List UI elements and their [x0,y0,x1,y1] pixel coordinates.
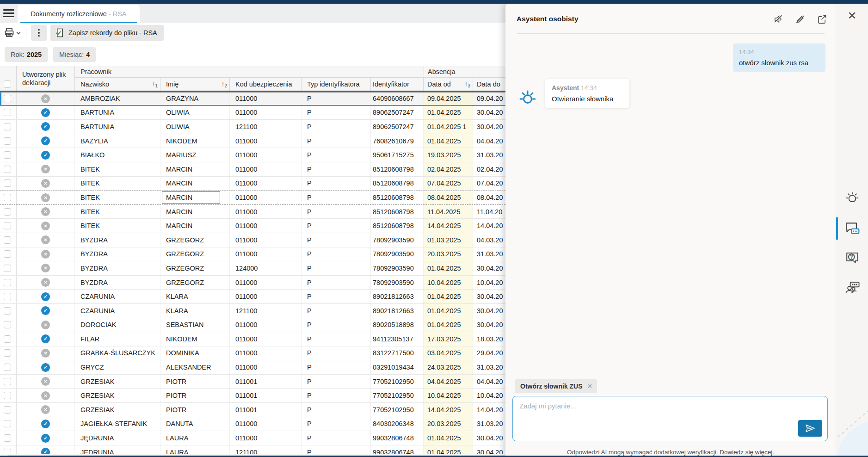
cell-date-to[interactable]: 04.04.20 [473,375,505,389]
cell-date-to[interactable]: 10.04.20 [473,389,505,402]
row-checkbox[interactable] [4,406,11,414]
cell-id-type[interactable]: P [302,219,371,233]
cell-first-name[interactable]: NIKODEM [160,134,230,148]
row-checkbox[interactable] [4,137,11,145]
cell-date-from[interactable]: 01.04.2025 [424,318,473,332]
cell-last-name[interactable]: DOROCIAK [75,318,160,332]
cell-identifier[interactable]: 78092903590 [371,261,424,275]
cell-date-to[interactable]: 07.04.20 [473,177,505,191]
row-checkbox[interactable] [4,208,11,216]
sound-off-icon[interactable] [773,14,784,26]
select-all-checkbox[interactable] [4,80,11,88]
cell-first-name[interactable]: MARCIN [160,191,230,204]
cell-id-type[interactable]: P [302,148,371,162]
cell-insurance-code[interactable]: 011000 [230,431,302,445]
cell-date-from[interactable]: 08.04.2025 [424,191,473,204]
cell-date-to[interactable]: 08.04.20 [473,191,505,204]
cell-first-name[interactable]: PIOTR [160,403,230,417]
cell-date-from[interactable]: 01.04.2025 [424,106,473,120]
column-header-first-name[interactable]: Imię 2 [160,78,230,91]
cell-identifier[interactable]: 85120608798 [371,177,424,191]
row-checkbox[interactable] [4,265,11,272]
cell-date-from[interactable]: 07.04.2025 [424,177,473,191]
column-header-identifier[interactable]: Identyfikator [371,78,424,91]
cell-first-name[interactable]: MARCIN [160,219,230,233]
table-row[interactable]: GRZESIAKPIOTR011001P7705210295014.04.202… [0,403,505,417]
cell-first-name[interactable]: LAURA [160,445,230,454]
cell-identifier[interactable]: 89021812663 [371,304,424,318]
row-checkbox[interactable] [4,307,11,315]
cell-date-from[interactable]: 14.04.2025 [424,219,473,233]
suggestion-chip[interactable]: Otwórz słownik ZUS [515,379,597,393]
cell-date-from[interactable]: 01.03.2025 [424,233,473,247]
cell-insurance-code[interactable]: 011001 [230,389,302,402]
table-row[interactable]: GRABKA-ŚLUSARCZYKDOMINIKA011000P83122717… [0,346,505,361]
cell-id-type[interactable]: P [302,290,371,303]
cell-insurance-code[interactable]: 011000 [230,134,302,148]
table-row[interactable]: BITEKMARCIN011000P8512060879802.04.20250… [0,162,505,177]
cell-identifier[interactable]: 83122717500 [371,346,424,360]
cell-identifier[interactable]: 03291019434 [371,360,424,374]
cell-insurance-code[interactable]: 121100 [230,445,302,454]
cell-first-name[interactable]: KLARA [160,290,230,303]
cell-insurance-code[interactable]: 011000 [230,219,302,233]
cell-date-from[interactable]: 20.03.2025 [424,247,473,261]
table-row[interactable]: BITEKMARCIN011000P8512060879808.04.20250… [0,191,505,205]
table-row[interactable]: GRYCZALEKSANDER011000P0329101943424.03.2… [0,360,505,375]
table-row[interactable]: DOROCIAKSEBASTIAN011000P8902051889801.04… [0,318,505,333]
cell-first-name[interactable]: GRAŻYNA [160,93,230,105]
cell-first-name[interactable]: ALEKSANDER [160,360,230,374]
print-dropdown-chevron-icon[interactable] [16,30,21,36]
cell-first-name[interactable]: DOMINIKA [160,346,230,360]
column-header-last-name[interactable]: Nazwisko 1 [75,78,160,91]
cell-identifier[interactable]: 94112305137 [371,332,424,346]
cell-insurance-code[interactable]: 011000 [230,233,302,247]
cell-first-name[interactable]: MARCIN [160,177,230,191]
cell-date-to[interactable]: 04.03.20 [473,233,505,247]
cell-date-to[interactable]: 30.04.20 [473,304,505,318]
cell-first-name[interactable]: GRZEGORZ [160,276,230,290]
cell-identifier[interactable]: 78092903590 [371,276,424,290]
table-row[interactable]: GRZESIAKPIOTR011001P7705210295010.04.202… [0,389,505,403]
chip-close-icon[interactable] [587,383,593,390]
cell-last-name[interactable]: JĘDRUNIA [75,431,160,445]
cell-insurance-code[interactable]: 011000 [230,346,302,360]
cell-id-type[interactable]: P [302,261,371,275]
table-row[interactable]: CZARUNIAKLARA121100P8902181266301.04.202… [0,304,505,318]
cell-id-type[interactable]: P [302,389,371,402]
cell-date-from[interactable]: 09.04.2025 [424,93,473,105]
table-row[interactable]: BARTUNIAOLIWIA121100P8906250724701.04.20… [0,120,505,134]
cell-date-to[interactable]: 04.04.20 [473,134,505,148]
table-row[interactable]: BITEKMARCIN011000P8512060879807.04.20250… [0,177,505,191]
cell-date-to[interactable]: 30.04.20 [473,318,505,332]
cell-id-type[interactable]: P [302,417,371,431]
cell-last-name[interactable]: BARTUNIA [75,120,160,134]
column-header-date-from[interactable]: Data od 3 [424,78,473,91]
cell-insurance-code[interactable]: 121100 [230,304,302,318]
cell-identifier[interactable]: 78092903590 [371,247,424,261]
cell-date-to[interactable]: 14.04.20 [473,403,505,417]
row-checkbox[interactable] [4,349,11,357]
cell-date-from[interactable]: 01.04.2025 [424,445,473,454]
cell-id-type[interactable]: P [302,247,371,261]
table-row[interactable]: JĘDRUNIALAURA011000P9903280674801.04.202… [0,431,505,445]
cell-identifier[interactable]: 89020518898 [371,318,424,332]
sort-asc-1-icon[interactable]: 1 [152,80,158,89]
cell-date-from[interactable]: 03.04.2025 [424,346,473,360]
cell-identifier[interactable]: 76082610679 [371,134,424,148]
cell-first-name[interactable]: KLARA [160,304,230,318]
cell-id-type[interactable]: P [302,233,371,247]
rail-community-icon[interactable] [836,276,868,300]
cell-date-from[interactable]: 19.03.2025 [424,148,473,162]
cell-last-name[interactable]: GRZESIAK [75,389,160,402]
row-checkbox[interactable] [4,250,11,258]
cell-last-name[interactable]: GRZESIAK [75,403,160,417]
cell-date-from[interactable]: 10.04.2025 [424,389,473,402]
cell-insurance-code[interactable]: 011001 [230,403,302,417]
sort-asc-3-icon[interactable]: 3 [464,80,470,89]
cell-date-from[interactable]: 01.04.2025 [424,304,473,318]
cell-first-name[interactable]: PIOTR [160,389,230,402]
cell-date-from[interactable]: 02.04.2025 [424,162,473,176]
column-header-created-file[interactable]: Utworzony plik deklaracji [17,66,75,91]
cell-id-type[interactable]: P [302,106,371,120]
